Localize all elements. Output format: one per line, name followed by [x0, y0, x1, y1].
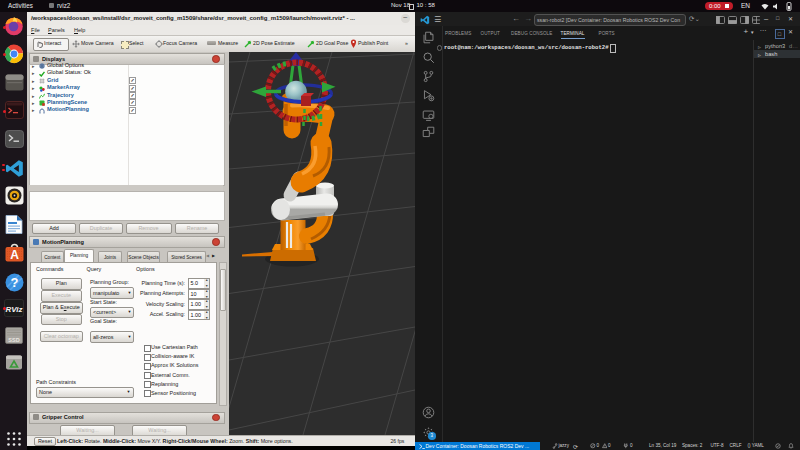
- svg-text:?: ?: [10, 275, 18, 290]
- svg-text:RViz: RViz: [5, 305, 22, 314]
- svg-text:A: A: [10, 248, 19, 262]
- svg-text:SSD: SSD: [8, 336, 19, 342]
